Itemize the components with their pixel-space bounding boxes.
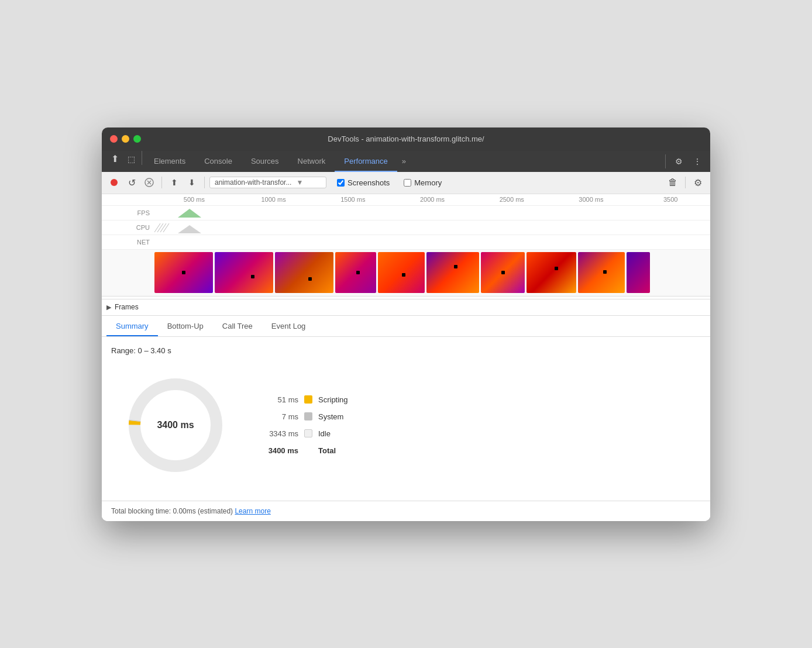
ruler-mark-0: 500 ms bbox=[154, 196, 234, 203]
svg-line-6 bbox=[157, 223, 163, 232]
screenshot-7[interactable] bbox=[481, 252, 525, 293]
scripting-color bbox=[304, 395, 312, 404]
range-text: Range: 0 – 3.40 s bbox=[111, 346, 701, 355]
dot-8 bbox=[555, 267, 558, 270]
summary-content: 3400 ms 51 ms Scripting 7 ms System bbox=[111, 367, 701, 484]
settings-icon[interactable]: ⚙ bbox=[670, 153, 687, 170]
minimize-button[interactable] bbox=[122, 135, 129, 143]
main-tab-bar: ⬆ ⬚ Elements Console Sources Network Per… bbox=[102, 151, 710, 172]
legend-system: 7 ms System bbox=[263, 412, 348, 421]
svg-line-5 bbox=[154, 223, 160, 232]
tab-console[interactable]: Console bbox=[195, 151, 242, 172]
memory-checkbox-label[interactable]: Memory bbox=[404, 178, 442, 187]
toolbar-divider-1 bbox=[161, 177, 162, 188]
tab-summary[interactable]: Summary bbox=[106, 316, 158, 336]
cursor-icon[interactable]: ⬆ bbox=[106, 151, 123, 167]
window-title: DevTools - animation-with-transform.glit… bbox=[328, 135, 484, 143]
system-value: 7 ms bbox=[263, 412, 298, 421]
frames-expand-icon: ▶ bbox=[106, 304, 111, 311]
timeline-ruler-top: 500 ms 1000 ms 1500 ms 2000 ms 2500 ms 3… bbox=[102, 194, 710, 206]
screenshot-1[interactable] bbox=[154, 252, 213, 293]
timeline-ruler-bottom: 500 ms 1000 ms 1500 ms 2000 ms 2500 ms 3… bbox=[102, 297, 710, 299]
titlebar: DevTools - animation-with-transform.glit… bbox=[102, 127, 710, 151]
svg-marker-4 bbox=[178, 209, 201, 218]
screenshots-checkbox-label[interactable]: Screenshots bbox=[337, 178, 390, 187]
tab-elements[interactable]: Elements bbox=[144, 151, 195, 172]
memory-checkbox[interactable] bbox=[404, 179, 411, 187]
screenshot-5[interactable] bbox=[378, 252, 425, 293]
download-icon[interactable]: ⬇ bbox=[184, 175, 199, 190]
inspect-icon[interactable]: ⬚ bbox=[123, 151, 139, 167]
range-label: Range: bbox=[111, 346, 136, 355]
range-value: 0 – 3.40 s bbox=[138, 346, 171, 355]
dot-6 bbox=[454, 265, 457, 268]
fps-content bbox=[154, 206, 710, 220]
ruler-mark-1: 1000 ms bbox=[234, 196, 314, 203]
learn-more-link[interactable]: Learn more bbox=[235, 507, 270, 515]
ruler-mark-2: 1500 ms bbox=[313, 196, 393, 203]
screenshot-10[interactable] bbox=[627, 252, 650, 293]
reload-record-button[interactable]: ↺ bbox=[124, 175, 139, 190]
more-icon[interactable]: ⋮ bbox=[689, 153, 706, 170]
tab-overflow[interactable]: » bbox=[397, 151, 411, 172]
traffic-lights bbox=[110, 135, 141, 143]
footer-text: Total blocking time: 0.00ms (estimated) bbox=[111, 507, 233, 515]
url-dropdown-arrow: ▼ bbox=[296, 178, 303, 187]
screenshot-6[interactable] bbox=[426, 252, 479, 293]
tab-network[interactable]: Network bbox=[288, 151, 335, 172]
cpu-row: CPU bbox=[102, 220, 710, 235]
trash-icon[interactable]: 🗑 bbox=[665, 175, 680, 190]
frames-row[interactable]: ▶ Frames bbox=[102, 299, 710, 316]
maximize-button[interactable] bbox=[133, 135, 141, 143]
screenshots-checkbox[interactable] bbox=[337, 179, 345, 187]
scripting-label: Scripting bbox=[318, 395, 348, 404]
dot-7 bbox=[501, 271, 505, 274]
settings-divider bbox=[665, 154, 666, 168]
tab-call-tree[interactable]: Call Tree bbox=[213, 316, 262, 336]
svg-line-7 bbox=[160, 223, 166, 232]
net-label: NET bbox=[102, 239, 154, 246]
legend-scripting: 51 ms Scripting bbox=[263, 395, 348, 404]
cpu-content bbox=[154, 220, 710, 235]
total-value: 3400 ms bbox=[263, 446, 298, 455]
url-select[interactable]: animation-with-transfor... ▼ bbox=[209, 177, 326, 188]
tab-performance[interactable]: Performance bbox=[335, 151, 397, 172]
tab-sources[interactable]: Sources bbox=[242, 151, 288, 172]
perf-toolbar: ↺ ⬆ ⬇ animation-with-transfor... ▼ Scree… bbox=[102, 172, 710, 194]
devtools-body: ↺ ⬆ ⬇ animation-with-transfor... ▼ Scree… bbox=[102, 172, 710, 521]
tab-divider bbox=[142, 151, 142, 165]
total-label: Total bbox=[318, 446, 336, 455]
cpu-label: CPU bbox=[102, 224, 154, 231]
toolbar-divider-3 bbox=[685, 177, 686, 188]
screenshot-3[interactable] bbox=[275, 252, 333, 293]
summary-legend: 51 ms Scripting 7 ms System 3343 ms Idle bbox=[263, 395, 348, 455]
dot-5 bbox=[402, 273, 405, 277]
tab-event-log[interactable]: Event Log bbox=[262, 316, 315, 336]
timeline: 500 ms 1000 ms 1500 ms 2000 ms 2500 ms 3… bbox=[102, 194, 710, 299]
clear-button[interactable] bbox=[142, 175, 157, 190]
system-color bbox=[304, 412, 312, 420]
close-button[interactable] bbox=[110, 135, 118, 143]
legend-total: 3400 ms Total bbox=[263, 446, 348, 455]
idle-label: Idle bbox=[318, 429, 331, 438]
screenshots-row[interactable] bbox=[102, 250, 710, 297]
capture-settings-icon[interactable]: ⚙ bbox=[690, 175, 706, 190]
screenshot-8[interactable] bbox=[527, 252, 576, 293]
system-label: System bbox=[318, 412, 343, 421]
screenshot-9[interactable] bbox=[578, 252, 625, 293]
ruler-mark-5: 3000 ms bbox=[552, 196, 631, 203]
dot-1 bbox=[182, 271, 185, 274]
tab-bottom-up[interactable]: Bottom-Up bbox=[158, 316, 213, 336]
dot-2 bbox=[251, 275, 254, 278]
svg-marker-9 bbox=[178, 225, 201, 233]
record-button[interactable] bbox=[106, 175, 122, 190]
screenshot-2[interactable] bbox=[215, 252, 273, 293]
net-content bbox=[154, 235, 710, 249]
frames-label: Frames bbox=[115, 303, 139, 311]
screenshot-4[interactable] bbox=[335, 252, 376, 293]
summary-panel: Range: 0 – 3.40 s bbox=[102, 337, 710, 501]
upload-icon[interactable]: ⬆ bbox=[167, 175, 182, 190]
tab-settings-area: ⚙ ⋮ bbox=[663, 151, 706, 172]
dot-9 bbox=[603, 270, 607, 274]
donut-chart: 3400 ms bbox=[123, 373, 228, 478]
